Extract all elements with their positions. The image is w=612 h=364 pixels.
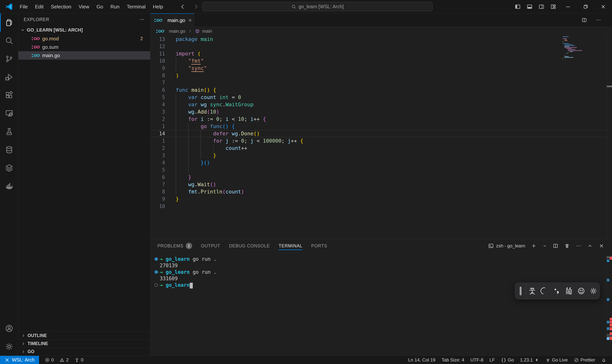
new-terminal-icon[interactable] — [531, 243, 537, 249]
code-line-8[interactable]: 8) — [150, 72, 607, 79]
editor-more-actions-icon[interactable] — [596, 17, 601, 23]
status-cursor-position[interactable]: Ln 14, Col 19 — [407, 356, 437, 364]
panel-tab-ports[interactable]: PORTS — [311, 239, 327, 252]
menu-selection[interactable]: Selection — [47, 0, 75, 13]
code-editor[interactable]: 13package main1211import (10 "fmt"9 "syn… — [150, 36, 607, 239]
section-outline[interactable]: OUTLINE — [18, 332, 150, 339]
activity-extensions[interactable] — [0, 86, 18, 104]
back-icon[interactable] — [179, 3, 186, 10]
minimap[interactable] — [563, 36, 604, 60]
panel-more-actions-icon[interactable] — [576, 243, 581, 249]
code-line-9[interactable]: 9 "sync" — [150, 65, 607, 72]
command-decoration[interactable] — [153, 283, 160, 287]
activity-explorer[interactable] — [0, 13, 18, 32]
status-indentation[interactable]: Tab Size: 4 — [440, 356, 466, 364]
menu-help[interactable]: Help — [149, 0, 167, 13]
panel-tab-output[interactable]: OUTPUT — [201, 239, 220, 252]
close-tab-icon[interactable] — [188, 18, 192, 23]
kill-terminal-icon[interactable] — [564, 243, 570, 249]
menu-run[interactable]: Run — [107, 0, 123, 13]
ime-emoji-picker[interactable] — [575, 287, 587, 295]
split-editor-icon[interactable] — [581, 17, 587, 23]
code-line-6[interactable]: 6 } — [150, 174, 607, 181]
activity-run-and-debug[interactable] — [0, 68, 18, 86]
command-decoration[interactable] — [153, 257, 160, 261]
code-line-13[interactable]: 13package main — [150, 36, 607, 43]
code-line-9[interactable]: 9} — [150, 195, 607, 203]
status-warnings[interactable]: 2 — [58, 356, 70, 364]
code-line-5[interactable]: 5 — [150, 166, 607, 174]
toggle-primary-sidebar-icon[interactable] — [512, 0, 524, 13]
forward-icon[interactable] — [193, 3, 199, 10]
remote-indicator[interactable]: WSL: Arch — [0, 356, 39, 364]
ime-half-full-width[interactable] — [538, 287, 551, 295]
code-line-5[interactable]: 5 var count int = 0 — [150, 94, 607, 101]
status-go-version[interactable]: 1.23.1 — [519, 356, 541, 364]
code-line-3[interactable]: 3 wg.Add(10) — [150, 108, 607, 116]
file-item-go.sum[interactable]: GOgo.sum — [18, 43, 150, 51]
code-line-10[interactable]: 10 — [150, 203, 607, 210]
code-line-6[interactable]: 6func main() { — [150, 86, 607, 94]
terminal-profile-dropdown-icon[interactable] — [542, 244, 547, 248]
activity-testing[interactable] — [0, 122, 18, 141]
menu-file[interactable]: File — [16, 0, 31, 13]
code-line-10[interactable]: 10 "fmt" — [150, 57, 607, 65]
command-decoration[interactable] — [153, 270, 160, 274]
code-line-1[interactable]: 1 for j := 0; j < 100000; j++ { — [150, 137, 607, 144]
code-line-3[interactable]: 3 } — [150, 152, 607, 159]
code-line-4[interactable]: 4 var wg sync.WaitGroup — [150, 101, 607, 108]
terminal[interactable]: → go_learn go run .270139→ go_learn go r… — [153, 256, 216, 288]
breadcrumb-symbol[interactable]: main — [202, 28, 212, 34]
code-line-14[interactable]: 14 defer wg.Done() — [150, 130, 607, 137]
status-forwarded-ports[interactable]: 0 — [73, 356, 85, 364]
activity-source-control[interactable] — [0, 50, 18, 68]
split-terminal-icon[interactable] — [553, 243, 559, 249]
code-line-7[interactable]: 7 — [150, 79, 607, 86]
close-panel-icon[interactable] — [599, 243, 604, 249]
menu-view[interactable]: View — [75, 0, 93, 13]
ime-simplified-chinese[interactable] — [563, 287, 575, 295]
toggle-panel-icon[interactable] — [524, 0, 535, 13]
close-window-icon[interactable] — [594, 0, 612, 13]
status-errors[interactable]: 0 — [43, 356, 55, 364]
status-encoding[interactable]: UTF-8 — [469, 356, 485, 364]
command-center[interactable]: go_learn [WSL: Arch] — [202, 2, 433, 11]
code-line-12[interactable]: 12 — [150, 43, 607, 50]
status-eol[interactable]: LF — [488, 356, 496, 364]
status-prettier[interactable]: Prettier — [572, 356, 597, 364]
file-item-go.mod[interactable]: GOgo.mod2 — [18, 34, 150, 43]
code-line-7[interactable]: 7 wg.Wait() — [150, 181, 607, 188]
workspace-section-header[interactable]: GO_LEARN [WSL: ARCH] — [18, 26, 150, 34]
status-language-mode[interactable]: {}Go — [499, 356, 515, 364]
menu-go[interactable]: Go — [93, 0, 107, 13]
section-go[interactable]: GO — [18, 348, 150, 356]
activity-containers[interactable] — [0, 159, 18, 177]
menu-edit[interactable]: Edit — [31, 0, 47, 13]
panel-tab-terminal[interactable]: TERMINAL — [279, 239, 302, 252]
panel-tab-debug-console[interactable]: DEBUG CONSOLE — [229, 239, 270, 252]
activity-accounts[interactable] — [0, 319, 18, 338]
code-line-8[interactable]: 8 fmt.Println(count) — [150, 188, 607, 195]
code-line-11[interactable]: 11import ( — [150, 50, 607, 57]
status-notifications[interactable] — [600, 356, 608, 364]
breadcrumb-file[interactable]: main.go — [169, 28, 185, 34]
code-line-2[interactable]: 2 for i := 0; i < 10; i++ { — [150, 116, 607, 123]
activity-docker[interactable] — [0, 177, 18, 195]
menu-terminal[interactable]: Terminal — [123, 0, 149, 13]
minimize-icon[interactable] — [559, 0, 577, 13]
code-line-1[interactable]: 1 go func() { — [150, 123, 607, 130]
code-line-4[interactable]: 4 }() — [150, 159, 607, 166]
activity-database[interactable] — [0, 141, 18, 159]
code-line-2[interactable]: 2 count++ — [150, 144, 607, 152]
tab-main-go[interactable]: GO main.go — [150, 13, 195, 27]
restore-icon[interactable] — [577, 0, 594, 13]
activity-remote-explorer[interactable] — [0, 104, 18, 122]
section-timeline[interactable]: TIMELINE — [18, 339, 150, 348]
ime-punctuation-mode[interactable] — [551, 287, 563, 295]
terminal-instance[interactable]: zsh - go_learn — [488, 243, 525, 249]
ime-english-mode[interactable] — [526, 287, 538, 295]
toggle-secondary-sidebar-icon[interactable] — [535, 0, 547, 13]
explorer-more-actions-icon[interactable] — [139, 17, 145, 22]
maximize-panel-icon[interactable] — [587, 243, 593, 249]
status-go-live[interactable]: Go Live — [544, 356, 569, 364]
